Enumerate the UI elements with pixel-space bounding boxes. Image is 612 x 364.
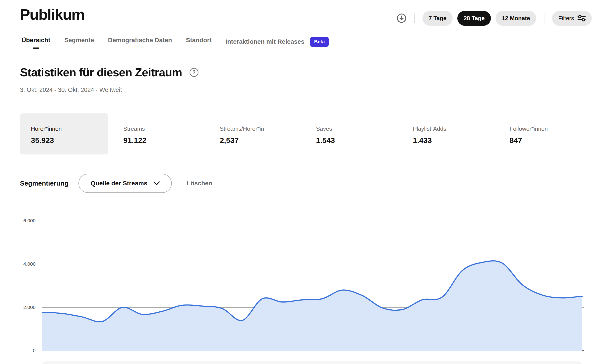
stat-value: 1.543 — [316, 136, 389, 145]
range-button-28-tage[interactable]: 28 Tage — [457, 11, 491, 26]
area-chart-svg — [0, 211, 612, 364]
segment-panel — [42, 361, 582, 364]
filters-label: Filters — [558, 15, 574, 22]
stat-value: 847 — [510, 136, 583, 145]
download-button[interactable] — [396, 13, 407, 23]
publikum-page: Publikum 7 Tage28 Tage12 Monate Filters — [0, 0, 612, 364]
sliders-icon — [578, 15, 585, 22]
stat-value: 2,537 — [220, 136, 293, 145]
stats-heading: Statistiken für diesen Zeitraum — [20, 66, 182, 79]
section-tabs: ÜbersichtSegmenteDemografische DatenStan… — [22, 37, 329, 52]
stat-card-streams[interactable]: Streams91.122 — [112, 113, 201, 155]
tab-label: Übersicht — [22, 37, 50, 44]
range-button-7-tage[interactable]: 7 Tage — [422, 11, 453, 26]
stat-value: 35.923 — [31, 136, 104, 145]
tab-standort[interactable]: Standort — [186, 37, 211, 49]
tab-übersicht[interactable]: Übersicht — [22, 37, 50, 49]
date-range-group: 7 Tage28 Tage12 Monate — [422, 11, 536, 26]
tab-label: Standort — [186, 37, 211, 44]
header-controls: 7 Tage28 Tage12 Monate Filters — [396, 11, 592, 26]
y-axis-label: 2.000 — [0, 304, 36, 310]
stat-label: Streams — [123, 125, 196, 132]
tab-label: Segmente — [64, 37, 94, 44]
listeners-area-chart: 6.0004.0002.0000 — [0, 211, 612, 364]
tab-interaktionen-mit-releases[interactable]: Interaktionen mit ReleasesBeta — [225, 37, 329, 52]
y-axis-label: 6.000 — [0, 218, 36, 224]
stat-card-saves[interactable]: Saves1.543 — [305, 113, 393, 155]
stat-card-playlist-adds[interactable]: Playlist-Adds1.433 — [402, 113, 490, 155]
stat-label: Hörer*innen — [31, 125, 104, 132]
stat-label: Saves — [316, 125, 389, 132]
tab-segmente[interactable]: Segmente — [64, 37, 94, 49]
range-button-12-monate[interactable]: 12 Monate — [496, 11, 536, 26]
stat-card-hörer-innen[interactable]: Hörer*innen35.923 — [20, 113, 108, 155]
area-fill — [42, 261, 582, 351]
stat-value: 91.122 — [123, 136, 196, 145]
clear-segmentation-button[interactable]: Löschen — [187, 180, 212, 187]
stat-label: Streams/Hörer*in — [220, 125, 293, 132]
tab-label: Interaktionen mit Releases — [225, 38, 305, 45]
beta-badge: Beta — [310, 37, 329, 47]
tab-label: Demografische Daten — [108, 37, 172, 44]
download-icon — [396, 13, 407, 23]
header-divider — [414, 13, 415, 23]
stat-label: Playlist-Adds — [413, 125, 486, 132]
date-range-subtitle: 3. Okt. 2024 - 30. Okt. 2024 · Weltweit — [20, 87, 122, 93]
segmentation-label: Segmentierung — [20, 180, 69, 187]
stat-card-streams-hörer-in[interactable]: Streams/Hörer*in2,537 — [209, 113, 297, 155]
header-divider — [544, 13, 544, 23]
stream-source-dropdown-value: Quelle der Streams — [91, 180, 147, 187]
page-title: Publikum — [20, 6, 84, 23]
stat-card-follower-innen[interactable]: Follower*innen847 — [499, 113, 587, 155]
stat-label: Follower*innen — [510, 125, 583, 132]
help-icon[interactable]: ? — [190, 68, 198, 77]
segmentation-row: Segmentierung Quelle der Streams Löschen — [20, 174, 212, 193]
stats-heading-row: Statistiken für diesen Zeitraum ? — [20, 66, 198, 79]
chevron-down-icon — [153, 181, 160, 185]
tab-demografische-daten[interactable]: Demografische Daten — [108, 37, 172, 49]
filters-button[interactable]: Filters — [552, 11, 592, 26]
y-axis-label: 0 — [0, 348, 36, 353]
stream-source-dropdown[interactable]: Quelle der Streams — [78, 174, 172, 193]
y-axis-label: 4.000 — [0, 261, 36, 267]
stat-value: 1.433 — [413, 136, 486, 145]
